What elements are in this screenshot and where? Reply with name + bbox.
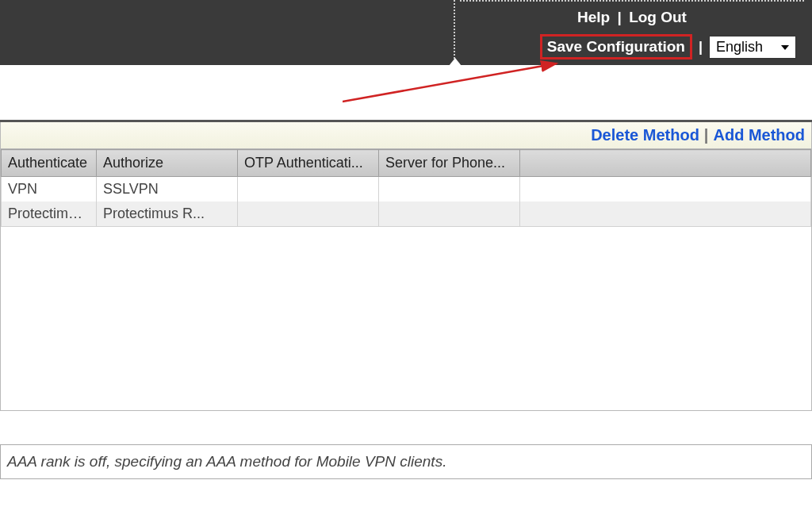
top-bar: Help | Log Out Save Configuration | Engl…: [0, 0, 812, 65]
cell-authenticate: VPN: [2, 177, 97, 202]
cell-empty: [520, 177, 811, 202]
cell-otp: [238, 177, 379, 202]
spacer: [0, 411, 812, 444]
col-authenticate[interactable]: Authenticate: [2, 150, 97, 177]
col-authorize[interactable]: Authorize: [97, 150, 238, 177]
cell-authorize: SSLVPN: [97, 177, 238, 202]
table-action-bar: Delete Method | Add Method: [0, 122, 812, 149]
cell-phone: [379, 177, 520, 202]
save-configuration-button[interactable]: Save Configuration: [540, 34, 692, 60]
sub-header: [0, 65, 812, 122]
col-otp[interactable]: OTP Authenticati...: [238, 150, 379, 177]
cell-otp: [238, 202, 379, 227]
separator: |: [615, 9, 625, 25]
table-row[interactable]: VPN SSLVPN: [2, 177, 811, 202]
cell-phone: [379, 202, 520, 227]
info-note: AAA rank is off, specifying an AAA metho…: [0, 444, 812, 479]
col-phone[interactable]: Server for Phone...: [379, 150, 520, 177]
logout-link[interactable]: Log Out: [629, 9, 687, 25]
table-row[interactable]: Protectimus R... Protectimus R...: [2, 202, 811, 227]
cell-authorize: Protectimus R...: [97, 202, 238, 227]
add-method-link[interactable]: Add Method: [713, 126, 805, 144]
language-select[interactable]: English: [709, 36, 796, 59]
cell-empty: [520, 202, 811, 227]
vertical-divider: [454, 0, 455, 65]
language-value: English: [716, 39, 763, 55]
col-rest: [520, 150, 811, 177]
methods-table: Authenticate Authorize OTP Authenticati.…: [1, 149, 811, 227]
help-link[interactable]: Help: [577, 9, 610, 25]
cell-authenticate: Protectimus R...: [2, 202, 97, 227]
separator: |: [699, 39, 703, 56]
separator: |: [699, 126, 714, 144]
delete-method-link[interactable]: Delete Method: [591, 126, 699, 144]
methods-table-container: Authenticate Authorize OTP Authenticati.…: [0, 149, 812, 411]
